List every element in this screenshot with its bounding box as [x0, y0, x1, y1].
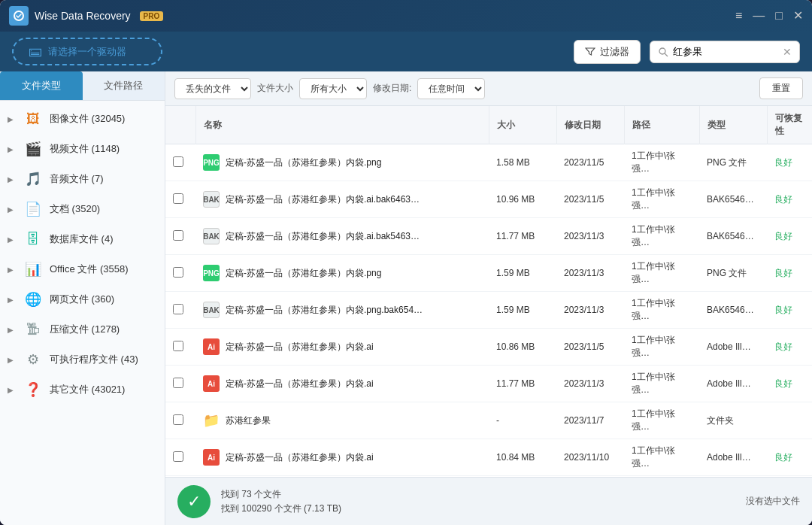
- row-checkbox[interactable]: [173, 230, 183, 241]
- file-type-filter[interactable]: 丢失的文件: [174, 78, 251, 99]
- file-path: 1工作中\张强…: [624, 144, 699, 181]
- drive-icon: 🖴: [29, 44, 42, 59]
- row-checkbox[interactable]: [173, 193, 183, 204]
- file-type: PNG 文件: [699, 144, 767, 181]
- tab-file-type[interactable]: 文件类型: [0, 71, 83, 100]
- found-files-label: 找到 73 个文件: [221, 488, 341, 501]
- window-controls: ≡ — □ ✕: [735, 10, 803, 22]
- pro-badge: PRO: [140, 11, 164, 21]
- table-row[interactable]: Ai 定稿-苏盛一品（苏港红参果）内袋.ai 10.84 MB 2023/11/…: [165, 439, 812, 476]
- file-type-icon-png: PNG: [203, 154, 220, 171]
- filter-button[interactable]: 过滤器: [574, 40, 641, 64]
- col-checkbox: [165, 106, 195, 144]
- row-checkbox[interactable]: [173, 414, 183, 425]
- file-name: 定稿-苏盛一品（苏港红参果）内袋.ai: [226, 451, 374, 464]
- table-row[interactable]: PNG 定稿-苏盛一品（苏港红参果）内袋.png 1.58 MB 2023/11…: [165, 144, 812, 181]
- search-box[interactable]: ✕: [650, 41, 800, 63]
- sidebar-item-web[interactable]: ▶ 🌐 网页文件 (360): [0, 284, 165, 314]
- row-checkbox[interactable]: [173, 156, 183, 167]
- table-row[interactable]: 📁 苏港红参果 - 2023/11/7 1工作中\张强… 文件夹: [165, 402, 812, 439]
- file-table-body: PNG 定稿-苏盛一品（苏港红参果）内袋.png 1.58 MB 2023/11…: [165, 144, 812, 476]
- file-quality: 良好: [767, 329, 812, 366]
- file-type: BAK6546…: [699, 181, 767, 218]
- app-window: Wise Data Recovery PRO ≡ — □ ✕ 🖴 请选择一个驱动…: [0, 0, 812, 525]
- audio-label: 音频文件 (7): [50, 172, 157, 186]
- tab-file-path[interactable]: 文件路径: [83, 71, 165, 100]
- search-clear-button[interactable]: ✕: [783, 46, 792, 58]
- table-row[interactable]: BAK 定稿-苏盛一品（苏港红参果）内袋.ai.bak5463… 11.77 M…: [165, 218, 812, 255]
- sidebar-item-video[interactable]: ▶ 🎬 视频文件 (1148): [0, 134, 165, 164]
- table-row[interactable]: Ai 定稿-苏盛一品（苏港红参果）内袋.ai 11.77 MB 2023/11/…: [165, 366, 812, 402]
- row-checkbox[interactable]: [173, 304, 183, 314]
- col-name: 名称: [195, 106, 489, 144]
- file-name: 定稿-苏盛一品（苏港红参果）内袋.png: [226, 267, 381, 280]
- table-row[interactable]: BAK 定稿-苏盛一品（苏港红参果）内袋.png.bak654… 1.59 MB…: [165, 292, 812, 329]
- web-icon: 🌐: [23, 290, 44, 308]
- file-size: 10.84 MB: [489, 439, 556, 476]
- close-button[interactable]: ✕: [793, 10, 803, 22]
- sidebar-item-office[interactable]: ▶ 📊 Office 文件 (3558): [0, 254, 165, 284]
- maximize-button[interactable]: □: [775, 10, 783, 22]
- file-size: 11.77 MB: [489, 366, 556, 402]
- main-content: 丢失的文件 文件大小 所有大小 修改日期: 任意时间 重置: [165, 71, 812, 525]
- file-size-filter[interactable]: 所有大小: [299, 78, 367, 99]
- file-type: PNG 文件: [699, 255, 767, 292]
- file-name: 定稿-苏盛一品（苏港红参果）内袋.png: [226, 156, 381, 169]
- content-area: 文件类型 文件路径 ▶ 🖼 图像文件 (32045) ▶ 🎬 视频文件 (114…: [0, 71, 812, 525]
- sidebar-item-db[interactable]: ▶ 🗄 数据库文件 (4): [0, 224, 165, 254]
- row-checkbox[interactable]: [173, 267, 183, 278]
- web-label: 网页文件 (360): [50, 293, 157, 306]
- file-type-icon-bak: BAK: [203, 302, 220, 318]
- file-size: 1.59 MB: [489, 292, 556, 329]
- sidebar: 文件类型 文件路径 ▶ 🖼 图像文件 (32045) ▶ 🎬 视频文件 (114…: [0, 71, 165, 525]
- svg-point-1: [659, 48, 665, 54]
- size-filter-label: 文件大小: [257, 82, 293, 95]
- table-row[interactable]: Ai 定稿-苏盛一品（苏港红参果）内袋.ai 10.86 MB 2023/11/…: [165, 329, 812, 366]
- menu-button[interactable]: ≡: [735, 10, 742, 22]
- file-type-icon-bak: BAK: [203, 191, 220, 208]
- file-size: -: [489, 402, 556, 439]
- file-type: 文件夹: [699, 402, 767, 439]
- file-size: 10.86 MB: [489, 329, 556, 366]
- col-path: 路径: [624, 106, 699, 144]
- table-row[interactable]: BAK 定稿-苏盛一品（苏港红参果）内袋.ai.bak6463… 10.96 M…: [165, 181, 812, 218]
- file-type-icon-ai: Ai: [203, 375, 220, 392]
- table-row[interactable]: PNG 定稿-苏盛一品（苏港红参果）内袋.png 1.59 MB 2023/11…: [165, 255, 812, 292]
- drive-selector[interactable]: 🖴 请选择一个驱动器: [12, 38, 162, 65]
- no-selection-label: 没有选中文件: [746, 495, 800, 508]
- search-input[interactable]: [673, 46, 778, 57]
- sidebar-item-other[interactable]: ▶ ❓ 其它文件 (43021): [0, 375, 165, 405]
- sidebar-item-image[interactable]: ▶ 🖼 图像文件 (32045): [0, 104, 165, 134]
- reset-button[interactable]: 重置: [759, 77, 803, 99]
- file-name: 定稿-苏盛一品（苏港红参果）内袋.ai.bak5463…: [226, 230, 420, 243]
- minimize-button[interactable]: —: [753, 10, 765, 22]
- row-checkbox[interactable]: [173, 378, 183, 388]
- title-bar-logo: Wise Data Recovery PRO: [9, 6, 163, 26]
- row-checkbox[interactable]: [173, 341, 183, 351]
- file-type: BAK6546…: [699, 218, 767, 255]
- scanned-files-label: 找到 100290 个文件 (7.13 TB): [221, 502, 341, 515]
- db-icon: 🗄: [23, 230, 44, 248]
- file-type-icon-ai: Ai: [203, 338, 220, 355]
- file-name: 定稿-苏盛一品（苏港红参果）内袋.ai.bak6463…: [226, 193, 420, 206]
- sidebar-item-exe[interactable]: ▶ ⚙ 可执行程序文件 (43): [0, 344, 165, 375]
- app-title: Wise Data Recovery: [35, 10, 131, 22]
- file-date: 2023/11/5: [556, 144, 624, 181]
- file-path: 1工作中\张强…: [624, 329, 699, 366]
- sidebar-item-doc[interactable]: ▶ 📄 文档 (3520): [0, 194, 165, 224]
- search-icon: [658, 47, 668, 57]
- file-date: 2023/11/7: [556, 402, 624, 439]
- sidebar-item-audio[interactable]: ▶ 🎵 音频文件 (7): [0, 164, 165, 194]
- doc-label: 文档 (3520): [50, 202, 157, 216]
- table-header-row: 名称 大小 修改日期 路径 类型 可恢复性: [165, 106, 812, 144]
- file-path: 1工作中\张强…: [624, 402, 699, 439]
- file-quality: 良好: [767, 366, 812, 402]
- status-text: 找到 73 个文件 找到 100290 个文件 (7.13 TB): [221, 488, 341, 515]
- date-filter[interactable]: 任意时间: [417, 78, 485, 99]
- row-checkbox[interactable]: [173, 451, 183, 462]
- file-path: 1工作中\张强…: [624, 181, 699, 218]
- office-icon: 📊: [23, 260, 44, 278]
- filter-label: 过滤器: [600, 45, 629, 59]
- file-date: 2023/11/3: [556, 218, 624, 255]
- sidebar-item-zip[interactable]: ▶ 🗜 压缩文件 (1278): [0, 314, 165, 344]
